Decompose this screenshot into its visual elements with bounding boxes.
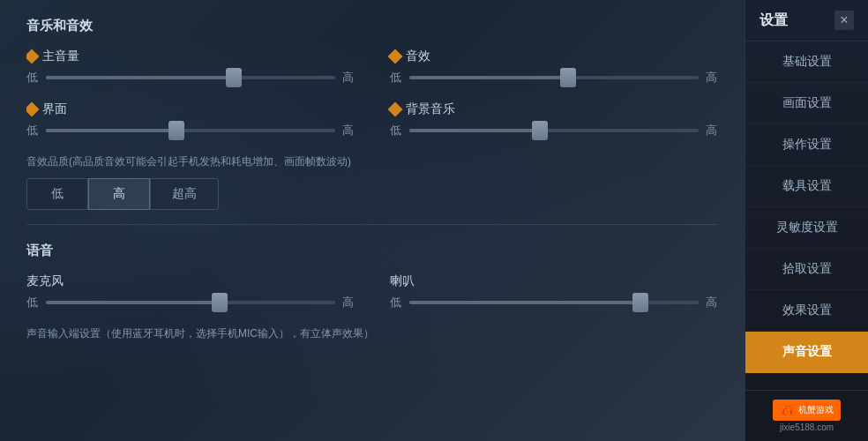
- bgm-fill: [409, 129, 540, 132]
- bgm-group: 背景音乐 低 高: [390, 101, 718, 138]
- sfx-max: 高: [706, 70, 718, 86]
- logo-text: 机蟹游戏: [798, 404, 834, 416]
- logo-sub: jixie5188.com: [754, 422, 859, 432]
- speaker-track-row: 低 高: [390, 295, 718, 310]
- sidebar-item-basic[interactable]: 基础设置: [745, 41, 868, 83]
- sidebar-title: 设置: [760, 11, 788, 30]
- sidebar: 设置 × 基础设置 画面设置 操作设置 载具设置 灵敏度设置 拾取设置 效果设置…: [745, 0, 868, 441]
- speaker-label: 喇叭: [390, 273, 718, 289]
- crab-icon: 🦀: [780, 403, 795, 417]
- ui-track[interactable]: [46, 129, 335, 132]
- main-volume-group: 主音量 低 高: [26, 49, 355, 86]
- sfx-group: 音效 低 高: [390, 49, 718, 86]
- main-volume-track-row: 低 高: [26, 70, 355, 86]
- ui-track-row: 低 高: [26, 123, 355, 138]
- speaker-max: 高: [706, 295, 718, 310]
- speaker-fill: [409, 301, 640, 304]
- main-volume-thumb[interactable]: [226, 68, 242, 87]
- quality-buttons: 低 高 超高: [26, 178, 718, 210]
- bgm-icon: [388, 102, 403, 117]
- quality-btn-high[interactable]: 高: [88, 178, 150, 210]
- main-volume-track[interactable]: [46, 76, 335, 79]
- sidebar-item-operation[interactable]: 操作设置: [745, 124, 868, 166]
- voice-slider-row: 麦克风 低 高 喇叭: [26, 273, 718, 310]
- sfx-min: 低: [390, 70, 402, 86]
- ui-fill: [46, 129, 176, 132]
- sidebar-item-pickup[interactable]: 拾取设置: [745, 249, 868, 290]
- sfx-track-row: 低 高: [390, 70, 718, 86]
- speaker-track[interactable]: [409, 301, 699, 304]
- sfx-thumb[interactable]: [560, 68, 576, 87]
- slider-row-2: 界面 低 高 背景音乐: [26, 101, 718, 138]
- mic-track-row: 低 高: [26, 295, 355, 310]
- sidebar-logo: 🦀 机蟹游戏 jixie5188.com: [745, 390, 868, 441]
- sfx-label: 音效: [390, 49, 718, 64]
- quality-btn-ultra[interactable]: 超高: [150, 178, 219, 210]
- bgm-min: 低: [390, 123, 402, 138]
- quality-desc: 音效品质(高品质音效可能会引起手机发热和耗电增加、画面帧数波动): [26, 154, 718, 169]
- bgm-thumb[interactable]: [532, 121, 548, 140]
- sfx-track[interactable]: [409, 76, 699, 79]
- sidebar-item-sensitivity[interactable]: 灵敏度设置: [745, 207, 868, 249]
- music-section: 音乐和音效 主音量 低 高: [26, 18, 718, 210]
- mic-track[interactable]: [46, 301, 335, 304]
- ui-max: 高: [342, 123, 355, 138]
- mic-min: 低: [26, 295, 39, 310]
- content-scroll[interactable]: 音乐和音效 主音量 低 高: [26, 18, 718, 423]
- main-volume-max: 高: [342, 70, 355, 86]
- main-content: 音乐和音效 主音量 低 高: [0, 0, 745, 441]
- music-section-title: 音乐和音效: [26, 18, 718, 34]
- main-volume-min: 低: [26, 70, 39, 86]
- ui-group: 界面 低 高: [26, 101, 355, 138]
- sidebar-item-vehicle[interactable]: 载具设置: [745, 166, 868, 207]
- sidebar-item-screen[interactable]: 画面设置: [745, 83, 868, 124]
- sidebar-items: 基础设置 画面设置 操作设置 载具设置 灵敏度设置 拾取设置 效果设置 声音设置: [745, 41, 868, 390]
- voice-note: 声音输入端设置（使用蓝牙耳机时，选择手机MIC输入），有立体声效果）: [26, 326, 718, 341]
- sidebar-item-effects[interactable]: 效果设置: [745, 290, 868, 332]
- ui-icon: [26, 102, 39, 117]
- mic-fill: [46, 301, 220, 304]
- mic-group: 麦克风 低 高: [26, 273, 355, 310]
- mic-label: 麦克风: [26, 273, 355, 289]
- sfx-fill: [409, 76, 568, 79]
- bgm-track[interactable]: [409, 129, 699, 132]
- mic-max: 高: [342, 295, 355, 310]
- slider-row-1: 主音量 低 高 音效: [26, 49, 718, 86]
- main-volume-fill: [46, 76, 234, 79]
- section-divider: [26, 224, 718, 225]
- close-button[interactable]: ×: [834, 11, 854, 30]
- quality-btn-low[interactable]: 低: [26, 178, 88, 210]
- sidebar-item-sound[interactable]: 声音设置: [745, 332, 868, 373]
- bgm-max: 高: [706, 123, 718, 138]
- speaker-min: 低: [390, 295, 402, 310]
- main-volume-icon: [26, 49, 39, 64]
- voice-section-title: 语音: [26, 243, 718, 259]
- main-volume-label: 主音量: [26, 49, 355, 64]
- bgm-track-row: 低 高: [390, 123, 718, 138]
- ui-min: 低: [26, 123, 39, 138]
- speaker-thumb[interactable]: [632, 293, 648, 312]
- quality-section: 音效品质(高品质音效可能会引起手机发热和耗电增加、画面帧数波动) 低 高 超高: [26, 154, 718, 210]
- speaker-group: 喇叭 低 高: [390, 273, 718, 310]
- ui-thumb[interactable]: [168, 121, 184, 140]
- voice-section: 语音 麦克风 低 高: [26, 239, 718, 341]
- mic-thumb[interactable]: [212, 293, 228, 312]
- bgm-label: 背景音乐: [390, 101, 718, 117]
- sidebar-header: 设置 ×: [745, 0, 868, 41]
- ui-label: 界面: [26, 101, 355, 117]
- logo-badge: 🦀 机蟹游戏: [773, 400, 841, 421]
- sfx-icon: [388, 49, 403, 64]
